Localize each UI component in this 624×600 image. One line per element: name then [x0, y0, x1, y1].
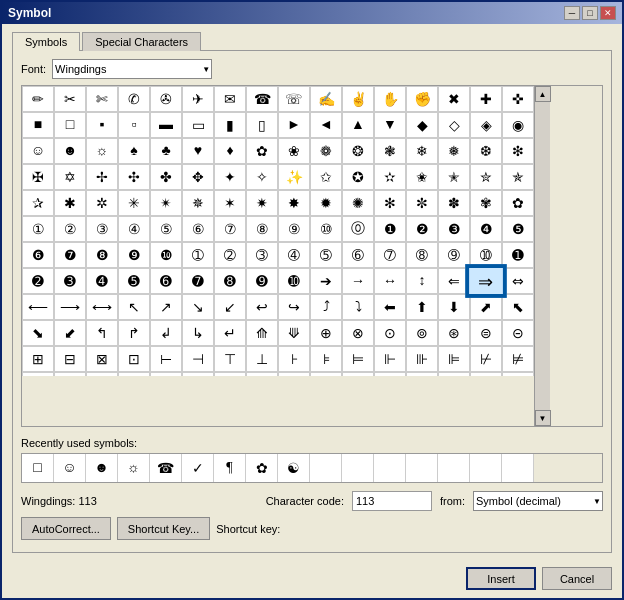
symbol-cell[interactable]: ➎: [118, 268, 150, 294]
symbol-cell[interactable]: ⊚: [406, 320, 438, 346]
symbol-cell[interactable]: ✊: [406, 86, 438, 112]
recently-used-cell[interactable]: ☺: [54, 454, 86, 482]
symbol-cell[interactable]: ➆: [374, 242, 406, 268]
symbol-cell[interactable]: ⊡: [118, 346, 150, 372]
symbol-cell[interactable]: ✿: [246, 138, 278, 164]
symbol-cell[interactable]: ⚙: [310, 372, 342, 376]
symbol-cell[interactable]: ⊜: [470, 320, 502, 346]
symbol-cell[interactable]: ✡: [54, 164, 86, 190]
symbol-cell[interactable]: ❾: [118, 242, 150, 268]
symbol-cell[interactable]: ⟷: [86, 294, 118, 320]
symbol-cell[interactable]: ④: [118, 216, 150, 242]
symbol-cell[interactable]: ■: [22, 112, 54, 138]
symbol-cell[interactable]: ❽: [86, 242, 118, 268]
recently-used-cell[interactable]: ✓: [182, 454, 214, 482]
symbol-cell[interactable]: ⬆: [406, 294, 438, 320]
symbol-cell[interactable]: ❷: [406, 216, 438, 242]
symbol-cell[interactable]: ❶: [374, 216, 406, 242]
symbol-cell[interactable]: ❄: [406, 138, 438, 164]
symbol-cell[interactable]: ⊕: [310, 320, 342, 346]
symbol-cell[interactable]: ✽: [438, 190, 470, 216]
symbol-cell[interactable]: ↙: [214, 294, 246, 320]
symbol-cell[interactable]: ✼: [406, 190, 438, 216]
symbol-cell[interactable]: ⊣: [182, 346, 214, 372]
symbol-cell[interactable]: ✍: [310, 86, 342, 112]
symbol-cell[interactable]: ↲: [150, 320, 182, 346]
symbol-cell[interactable]: ❿: [150, 242, 182, 268]
symbol-cell[interactable]: ❹: [470, 216, 502, 242]
symbol-cell[interactable]: ⊛: [438, 320, 470, 346]
recently-used-cell[interactable]: ✿: [246, 454, 278, 482]
symbol-cell[interactable]: ❃: [374, 138, 406, 164]
symbol-cell[interactable]: ➑: [214, 268, 246, 294]
symbol-cell[interactable]: ❂: [342, 138, 374, 164]
symbol-cell[interactable]: ⟰: [246, 320, 278, 346]
symbol-cell[interactable]: ✶: [214, 190, 246, 216]
symbol-cell[interactable]: ⊩: [374, 346, 406, 372]
symbol-cell[interactable]: ★: [150, 372, 182, 376]
recently-used-cell[interactable]: [342, 454, 374, 482]
symbol-cell[interactable]: ⤴: [310, 294, 342, 320]
symbol-cell[interactable]: ➔: [310, 268, 342, 294]
symbol-cell[interactable]: ➌: [54, 268, 86, 294]
symbol-cell[interactable]: ☁: [54, 372, 86, 376]
recently-used-cell[interactable]: □: [22, 454, 54, 482]
symbol-cell[interactable]: ↔: [374, 268, 406, 294]
symbol-cell[interactable]: ⚓: [374, 372, 406, 376]
symbol-cell[interactable]: ⊗: [342, 320, 374, 346]
symbol-cell[interactable]: ❼: [54, 242, 86, 268]
symbol-cell[interactable]: ⑨: [278, 216, 310, 242]
symbol-cell[interactable]: ◆: [406, 112, 438, 138]
symbol-cell[interactable]: ↵: [214, 320, 246, 346]
recently-used-cell[interactable]: [438, 454, 470, 482]
symbol-cell[interactable]: ✧: [246, 164, 278, 190]
symbol-cell[interactable]: ➇: [406, 242, 438, 268]
symbol-cell[interactable]: ►: [278, 112, 310, 138]
symbol-cell[interactable]: ❸: [438, 216, 470, 242]
symbol-cell[interactable]: ✯: [502, 164, 534, 190]
symbol-cell[interactable]: ⑦: [214, 216, 246, 242]
symbol-cell[interactable]: ✴: [150, 190, 182, 216]
symbol-cell[interactable]: ✥: [182, 164, 214, 190]
symbol-cell[interactable]: ✦: [214, 164, 246, 190]
symbol-cell[interactable]: ➅: [342, 242, 374, 268]
minimize-button[interactable]: ─: [564, 6, 580, 20]
symbol-cell[interactable]: →: [342, 268, 374, 294]
shortcut-key-button[interactable]: Shortcut Key...: [117, 517, 210, 540]
symbol-cell[interactable]: ⊟: [54, 346, 86, 372]
symbol-cell[interactable]: ↕: [406, 268, 438, 294]
symbol-cell[interactable]: ⊥: [246, 346, 278, 372]
char-code-input[interactable]: [352, 491, 432, 511]
symbol-cell[interactable]: ✤: [150, 164, 182, 190]
symbol-cell[interactable]: ⊭: [502, 346, 534, 372]
symbol-cell[interactable]: ⛺: [342, 372, 374, 376]
symbol-cell[interactable]: ✺: [342, 190, 374, 216]
symbol-cell[interactable]: ◄: [310, 112, 342, 138]
symbol-cell[interactable]: ⊠: [86, 346, 118, 372]
symbol-cell[interactable]: ✖: [438, 86, 470, 112]
symbol-cell[interactable]: ✵: [182, 190, 214, 216]
symbol-cell[interactable]: ⬊: [22, 320, 54, 346]
recently-used-cell[interactable]: ☯: [278, 454, 310, 482]
symbol-cell[interactable]: ➁: [214, 242, 246, 268]
symbol-cell[interactable]: ⬅: [374, 294, 406, 320]
symbol-cell[interactable]: ▫: [118, 112, 150, 138]
symbol-cell[interactable]: ⑧: [246, 216, 278, 242]
recently-used-cell[interactable]: [406, 454, 438, 482]
symbol-cell[interactable]: ✻: [374, 190, 406, 216]
symbol-cell[interactable]: ☎: [246, 86, 278, 112]
symbol-cell[interactable]: ✏: [22, 86, 54, 112]
symbol-cell[interactable]: ➄: [310, 242, 342, 268]
symbol-cell[interactable]: ⛅: [502, 372, 534, 376]
symbol-cell[interactable]: ↖: [118, 294, 150, 320]
symbol-cell[interactable]: ✄: [86, 86, 118, 112]
symbol-cell[interactable]: ✨: [278, 164, 310, 190]
recently-used-cell[interactable]: [310, 454, 342, 482]
symbol-cell[interactable]: ➒: [246, 268, 278, 294]
recently-used-cell[interactable]: ¶: [214, 454, 246, 482]
symbol-cell[interactable]: ↗: [150, 294, 182, 320]
symbol-cell[interactable]: ▯: [246, 112, 278, 138]
symbol-cell[interactable]: ↳: [182, 320, 214, 346]
symbol-cell[interactable]: ▪: [86, 112, 118, 138]
symbol-cell[interactable]: ⊝: [502, 320, 534, 346]
